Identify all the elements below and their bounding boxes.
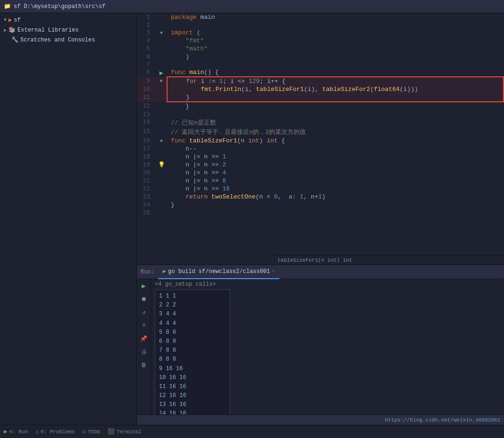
gutter-13 <box>156 110 167 118</box>
fold-arrow-9: ▼ <box>160 79 162 84</box>
status-bar: https://blog.csdn.net/weixin_48502062 <box>137 414 504 425</box>
sidebar: ▼ ▶ sf ▶ 📚 External Libraries 🔧 Scratche… <box>0 13 137 425</box>
code-line-19: 19 💡 n |= n >> 2 <box>137 161 504 169</box>
play-button[interactable]: ▶ <box>139 281 149 290</box>
line-num-22: 22 <box>137 185 156 193</box>
pin-button[interactable]: 📌 <box>139 334 149 343</box>
bottom-tabs: Run: ▶ go build sf/newclass2/class001 × <box>137 265 504 279</box>
code-line-20: 20 n |= n >> 4 <box>137 169 504 177</box>
gutter-2 <box>156 21 167 29</box>
code-line-8: 8 ▶ func main() { <box>137 68 504 77</box>
line-content-17: n-- <box>167 145 504 153</box>
line-num-9: 9 <box>137 77 156 85</box>
bottom-panel: Run: ▶ go build sf/newclass2/class001 × … <box>137 264 504 425</box>
code-line-22: 22 n |= n >> 16 <box>137 185 504 193</box>
line-content-18: n |= n >> 1 <box>167 153 504 161</box>
line-content-4: "fmt" <box>167 37 504 45</box>
fold-arrow-16: ▼ <box>160 139 163 144</box>
line-num-1: 1 <box>137 13 156 21</box>
trash-button[interactable]: 🗑 <box>139 360 149 370</box>
sidebar-label-sf: sf <box>14 17 20 24</box>
sidebar-label-ext: External Libraries <box>17 27 79 33</box>
sidebar-item-scratches[interactable]: 🔧 Scratches and Consoles <box>0 35 136 45</box>
taskbar-problems[interactable]: ⚠ 6: Problems <box>35 428 75 435</box>
gutter-4 <box>156 37 167 45</box>
run-tab[interactable]: ▶ go build sf/newclass2/class001 × <box>158 265 279 279</box>
code-line-11: 11 } <box>137 93 504 102</box>
code-line-6: 6 ) <box>137 53 504 61</box>
rerun-button[interactable]: ↺ <box>139 307 149 317</box>
taskbar-run[interactable]: ▶ 4: Run <box>4 428 28 435</box>
line-content-16: func tableSizeFor1(n int) int { <box>167 137 504 145</box>
line-num-11: 11 <box>137 93 156 102</box>
print-button[interactable]: 🖨 <box>139 347 149 356</box>
status-url: https://blog.csdn.net/weixin_48502062 <box>385 417 500 423</box>
line-num-17: 17 <box>137 145 156 153</box>
line-num-12: 12 <box>137 102 156 110</box>
editor-area: 1 package main 2 3 ▼ import ( <box>137 13 504 425</box>
line-num-2: 2 <box>137 21 156 29</box>
output-line-6: 6 8 8 <box>159 337 226 346</box>
line-content-1: package main <box>167 13 504 21</box>
line-content-19: n |= n >> 2 <box>167 161 504 169</box>
code-line-15: 15 // 返回大于等于，且最接近n的，2的某次方的值 <box>137 127 504 137</box>
output-header: <4 go_setup calls> <box>155 281 500 288</box>
gutter-24 <box>156 201 167 209</box>
gutter-21 <box>156 177 167 185</box>
line-num-24: 24 <box>137 201 156 209</box>
line-content-6: ) <box>167 53 504 61</box>
folder-icon: 📁 <box>4 3 11 10</box>
line-num-15: 15 <box>137 127 156 137</box>
output-line-9: 9 16 16 <box>159 364 226 373</box>
sidebar-label-scratch: Scratches and Consoles <box>20 37 95 43</box>
taskbar-todo-label: TODO <box>88 429 100 435</box>
line-content-12: } <box>167 102 504 110</box>
gutter-25 <box>156 209 167 216</box>
line-content-13 <box>167 110 504 118</box>
code-line-23: 23 return twoSelectOne(n < 0, a: 1, n+1) <box>137 193 504 201</box>
run-tab-label: go build sf/newclass2/class001 <box>168 268 270 275</box>
gutter-23 <box>156 193 167 201</box>
code-line-5: 5 "math" <box>137 45 504 53</box>
line-num-14: 14 <box>137 118 156 127</box>
sidebar-item-external-libraries[interactable]: ▶ 📚 External Libraries <box>0 25 136 35</box>
line-content-5: "math" <box>167 45 504 53</box>
bottom-output[interactable]: <4 go_setup calls> 1 1 1 2 2 2 3 4 4 4 4… <box>151 279 504 414</box>
output-line-13: 13 16 16 <box>159 400 226 409</box>
taskbar-todo[interactable]: ☑ TODO <box>83 428 101 435</box>
code-editor[interactable]: 1 package main 2 3 ▼ import ( <box>137 13 504 264</box>
taskbar-run-label: 4: Run <box>9 429 28 435</box>
filter-button[interactable]: ≡ <box>139 321 149 330</box>
main-layout: ▼ ▶ sf ▶ 📚 External Libraries 🔧 Scratche… <box>0 13 504 425</box>
code-line-17: 17 n-- <box>137 145 504 153</box>
taskbar-terminal-label: Terminal <box>117 429 142 435</box>
line-content-24: } <box>167 201 504 209</box>
code-line-1: 1 package main <box>137 13 504 21</box>
gutter-18 <box>156 153 167 161</box>
bulb-icon-19[interactable]: 💡 <box>158 162 165 168</box>
stop-button[interactable]: ⏹ <box>139 294 149 304</box>
gutter-14 <box>156 118 167 127</box>
line-num-5: 5 <box>137 45 156 53</box>
gutter-8: ▶ <box>156 68 167 77</box>
taskbar-terminal[interactable]: ⬛ Terminal <box>108 428 142 435</box>
code-line-16: 16 ▼ func tableSizeFor1(n int) int { <box>137 137 504 145</box>
line-num-13: 13 <box>137 110 156 118</box>
line-num-10: 10 <box>137 85 156 93</box>
gutter-1 <box>156 13 167 21</box>
fold-arrow-3: ▼ <box>160 31 163 36</box>
close-tab-icon[interactable]: × <box>272 269 275 274</box>
gutter-9: ▼ <box>156 77 167 85</box>
gutter-20 <box>156 169 167 177</box>
output-line-1: 1 1 1 <box>159 292 226 301</box>
code-line-2: 2 <box>137 21 504 29</box>
code-line-4: 4 "fmt" <box>137 37 504 45</box>
scratch-icon: 🔧 <box>11 36 18 43</box>
code-line-21: 21 n |= n >> 8 <box>137 177 504 185</box>
top-bar: 📁 sf D:\mysetup\gopath\src\sf <box>0 0 504 13</box>
line-content-20: n |= n >> 4 <box>167 169 504 177</box>
run-arrow-8[interactable]: ▶ <box>160 69 163 77</box>
line-num-3: 3 <box>137 29 156 37</box>
sidebar-item-sf[interactable]: ▼ ▶ sf <box>0 15 136 25</box>
output-line-4: 4 4 4 <box>159 319 226 328</box>
